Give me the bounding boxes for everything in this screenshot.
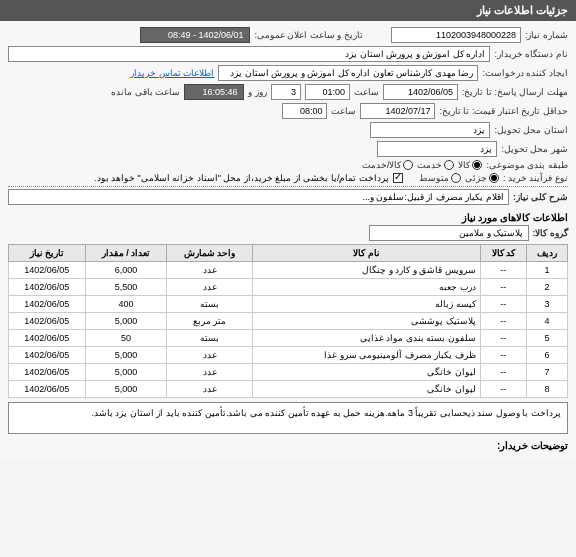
need-number-value: 1102003948000228 [391, 27, 521, 43]
cat-goods: کالا [458, 160, 470, 170]
cell-code: -- [480, 313, 526, 330]
cell-name: سرویس قاشق و کارد و چنگال [253, 262, 481, 279]
radio-service[interactable] [444, 160, 454, 170]
th-date: تاریخ نیاز [9, 245, 86, 262]
cell-date: 1402/06/05 [9, 262, 86, 279]
cell-qty: 5,500 [85, 279, 167, 296]
remaining-label: ساعت باقی مانده [111, 87, 180, 97]
cell-name: کیسه زباله [253, 296, 481, 313]
cell-qty: 50 [85, 330, 167, 347]
table-row: 3--کیسه زبالهبسته4001402/06/05 [9, 296, 568, 313]
table-row: 8--لیوان خانگیعدد5,0001402/06/05 [9, 381, 568, 398]
th-qty: تعداد / مقدار [85, 245, 167, 262]
table-row: 4--پلاستیک پوششیمتر مربع5,0001402/06/05 [9, 313, 568, 330]
requester-value: رضا مهدی کارشناس تعاون اداره کل اموزش و … [218, 65, 478, 81]
cell-qty: 6,000 [85, 262, 167, 279]
province-value: یزد [370, 122, 490, 138]
cell-row: 2 [526, 279, 567, 296]
need-desc-label: شرح کلی نیاز: [513, 192, 568, 202]
validity-time-label: ساعت [331, 106, 356, 116]
page-header: جزئیات اطلاعات نیاز [0, 0, 576, 21]
buyer-label: نام دستگاه خریدار: [494, 49, 568, 59]
th-name: نام کالا [253, 245, 481, 262]
cell-unit: بسته [167, 330, 253, 347]
radio-goods[interactable] [472, 160, 482, 170]
cell-qty: 5,000 [85, 347, 167, 364]
pt-partial: جزئی [465, 173, 487, 183]
cell-code: -- [480, 262, 526, 279]
need-number-label: شماره نیاز: [525, 30, 568, 40]
cell-name: ظرف یکبار مصرف آلومینیومی سرو غذا [253, 347, 481, 364]
cell-code: -- [480, 279, 526, 296]
announce-label: تاریخ و ساعت اعلان عمومی: [254, 30, 363, 40]
cell-date: 1402/06/05 [9, 381, 86, 398]
buyer-value: اداره کل اموزش و پرورش استان یزد [8, 46, 490, 62]
cell-unit: عدد [167, 347, 253, 364]
cell-row: 8 [526, 381, 567, 398]
table-row: 6--ظرف یکبار مصرف آلومینیومی سرو غذاعدد5… [9, 347, 568, 364]
th-row: ردیف [526, 245, 567, 262]
goods-table: ردیف کد کالا نام کالا واحد شمارش تعداد /… [8, 244, 568, 398]
cell-code: -- [480, 381, 526, 398]
cell-code: -- [480, 364, 526, 381]
remaining-time: 16:05:46 [184, 84, 244, 100]
payment-note: پرداخت تمام/یا بخشی از مبلغ خرید،از محل … [94, 173, 389, 183]
cell-row: 6 [526, 347, 567, 364]
table-row: 1--سرویس قاشق و کارد و چنگالعدد6,0001402… [9, 262, 568, 279]
city-label: شهر محل تحویل: [501, 144, 568, 154]
days-value: 3 [271, 84, 301, 100]
deadline-date: 1402/06/05 [383, 84, 458, 100]
deadline-time: 01:00 [305, 84, 350, 100]
cell-date: 1402/06/05 [9, 364, 86, 381]
contact-link[interactable]: اطلاعات تماس خریدار [130, 68, 214, 78]
cell-code: -- [480, 296, 526, 313]
th-code: کد کالا [480, 245, 526, 262]
cell-unit: متر مربع [167, 313, 253, 330]
category-label: طبقه بندی موضوعی: [486, 160, 568, 170]
cell-row: 1 [526, 262, 567, 279]
cell-row: 3 [526, 296, 567, 313]
validity-time: 08:00 [282, 103, 327, 119]
checkbox-payment[interactable] [393, 173, 403, 183]
radio-partial[interactable] [489, 173, 499, 183]
cell-name: پلاستیک پوششی [253, 313, 481, 330]
cat-service: خدمت [417, 160, 442, 170]
pt-medium: متوسط [419, 173, 449, 183]
cell-qty: 5,000 [85, 313, 167, 330]
cell-qty: 400 [85, 296, 167, 313]
goods-section-title: اطلاعات کالاهای مورد نیاز [8, 208, 568, 225]
deadline-time-label: ساعت [354, 87, 379, 97]
requester-label: ایجاد کننده درخواست: [482, 68, 568, 78]
cell-name: سلفون بسته بندی مواد غذایی [253, 330, 481, 347]
province-label: استان محل تحویل: [494, 125, 568, 135]
validity-label: حداقل تاریخ اعتبار قیمت: تا تاریخ: [439, 106, 568, 116]
cell-unit: عدد [167, 279, 253, 296]
th-unit: واحد شمارش [167, 245, 253, 262]
group-value: پلاستیک و ملامین [369, 225, 529, 241]
cell-code: -- [480, 347, 526, 364]
cell-name: لیوان خانگی [253, 364, 481, 381]
cat-goods-service: کالا/خدمت [362, 160, 402, 170]
announce-value: 1402/06/01 - 08:49 [140, 27, 250, 43]
cell-date: 1402/06/05 [9, 296, 86, 313]
cell-row: 4 [526, 313, 567, 330]
table-row: 7--لیوان خانگیعدد5,0001402/06/05 [9, 364, 568, 381]
radio-medium[interactable] [451, 173, 461, 183]
supplier-note: پرداخت با وصول سند ذیحسابی تقریباً 3 ماه… [8, 402, 568, 434]
cell-date: 1402/06/05 [9, 313, 86, 330]
cell-row: 7 [526, 364, 567, 381]
cell-qty: 5,000 [85, 364, 167, 381]
cell-row: 5 [526, 330, 567, 347]
cell-code: -- [480, 330, 526, 347]
deadline-label: مهلت ارسال پاسخ: تا تاریخ: [462, 87, 568, 97]
cell-unit: عدد [167, 364, 253, 381]
radio-goods-service[interactable] [403, 160, 413, 170]
group-label: گروه کالا: [533, 228, 569, 238]
cell-unit: بسته [167, 296, 253, 313]
city-value: یزد [377, 141, 497, 157]
purchase-type-label: نوع فرآیند خرید : [503, 173, 568, 183]
cell-name: لیوان خانگی [253, 381, 481, 398]
cell-unit: عدد [167, 262, 253, 279]
validity-date: 1402/07/17 [360, 103, 435, 119]
need-desc-value: اقلام یکبار مصرف از قبیل:سلفون و... [8, 189, 509, 205]
